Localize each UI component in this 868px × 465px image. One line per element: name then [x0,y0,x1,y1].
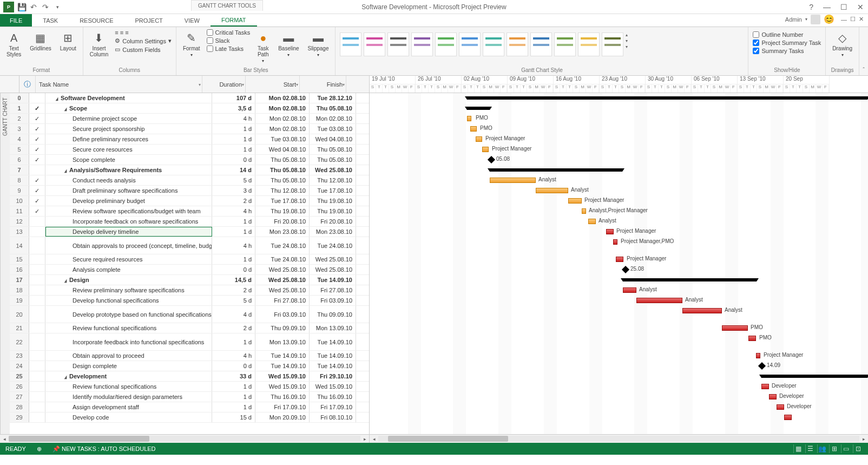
table-row[interactable]: 4 Define preliminary resources 1 d Tue 0… [10,134,369,145]
col-header-start[interactable]: Start▾ [246,76,300,93]
gantt-row[interactable]: Project Manager [370,196,868,206]
gantt-row[interactable]: Project Manager [370,145,868,155]
table-row[interactable]: 1 Scope 3,5 d Mon 02.08.10 Thu 05.08.10 [10,103,369,114]
zoom-icon[interactable]: ⊡ [853,444,863,453]
avatar-icon[interactable] [811,15,820,24]
gantt-row[interactable]: Developer [370,382,868,392]
gantt-row[interactable] [370,371,868,382]
gridlines-button[interactable]: ▦Gridlines [28,29,53,54]
gantt-row[interactable]: Project Manager [370,254,868,265]
gantt-row[interactable]: Developer [370,402,868,412]
tab-resource[interactable]: RESOURCE [69,14,124,27]
summary-tasks-checkbox[interactable]: Summary Tasks [753,48,821,54]
col-header-taskname[interactable]: Task Name▾ [36,76,202,93]
table-row[interactable]: 28 Assign development staff 1 d Fri 17.0… [10,402,369,412]
table-row[interactable]: 17 Design 14,5 d Wed 25.08.10 Tue 14.09.… [10,275,369,285]
gantt-row[interactable] [370,412,868,423]
table-row[interactable]: 8 Conduct needs analysis 5 d Thu 05.08.1… [10,175,369,186]
gantt-row[interactable]: 14.09 [370,361,868,371]
outline-number-checkbox[interactable]: Outline Number [753,31,821,38]
ribbon-restore-icon[interactable]: ☐ [850,16,856,23]
col-header-duration[interactable]: Duration▾ [202,76,246,93]
gantt-row[interactable]: 05.08 [370,155,868,165]
table-row[interactable]: 5 Secure core resources 1 d Wed 04.08.10… [10,145,369,155]
gantt-row[interactable]: 25.08 [370,265,868,275]
table-row[interactable]: 3 Secure project sponsorship 1 d Mon 02.… [10,124,369,134]
tab-view[interactable]: VIEW [174,14,211,27]
table-row[interactable]: 29 Develop code 15 d Mon 20.09.10 Fri 08… [10,412,369,423]
undo-icon[interactable]: ↶ [29,3,38,11]
critical-tasks-checkbox[interactable]: Critical Tasks [207,29,251,36]
project-summary-checkbox[interactable]: Project Summary Task [753,40,821,46]
table-row[interactable]: 18 Review preliminary software specifica… [10,285,369,296]
table-row[interactable]: 23 Obtain approval to proceed 4 h Tue 14… [10,351,369,361]
scroll-left-icon[interactable]: ◂ [0,435,9,443]
gantt-row[interactable]: Analyst [370,217,868,227]
col-header-index[interactable] [0,76,19,93]
contextual-tab[interactable]: GANTT CHART TOOLS [191,0,263,11]
gantt-row[interactable]: Analyst [370,285,868,296]
gantt-chart[interactable]: PMOPMOProject ManagerProject Manager05.0… [370,93,868,434]
gantt-row[interactable]: PMO [370,333,868,351]
view-resource-icon[interactable]: ⊞ [829,444,839,453]
table-row[interactable]: 11 Review software specifications/budget… [10,206,369,217]
gantt-row[interactable]: Project Manager [370,227,868,237]
custom-fields-button[interactable]: ▭Custom Fields [115,46,172,53]
drawing-button[interactable]: ◇Drawing▾ [830,29,854,60]
scroll-right-icon[interactable]: ▸ [859,435,868,443]
tab-format[interactable]: FORMAT [211,14,257,27]
table-row[interactable]: 16 Analysis complete 0 d Wed 25.08.10 We… [10,265,369,275]
insert-column-button[interactable]: ⬇Insert Column [88,29,110,60]
late-tasks-checkbox[interactable]: Late Tasks [207,45,251,52]
gantt-row[interactable]: Analyst [370,306,868,323]
table-row[interactable]: 15 Secure required resources 1 d Tue 24.… [10,254,369,265]
table-row[interactable]: 19 Develop functional specifications 5 d… [10,296,369,306]
gantt-row[interactable] [370,275,868,285]
help-icon[interactable]: ? [807,3,816,11]
gantt-row[interactable]: PMO [370,114,868,124]
gantt-row[interactable]: Analyst [370,186,868,196]
table-row[interactable]: 26 Review functional specifications 1 d … [10,382,369,392]
tab-project[interactable]: PROJECT [124,14,174,27]
column-settings-button[interactable]: ⚙Column Settings ▾ [115,37,172,44]
table-row[interactable]: 27 Identify modular/tiered design parame… [10,392,369,402]
emoji-icon[interactable]: 😊 [824,14,834,24]
table-row[interactable]: 21 Review functional specifications 2 d … [10,323,369,333]
save-icon[interactable]: 💾 [17,3,26,11]
col-header-info[interactable]: ⓘ [19,76,36,93]
scroll-left-icon[interactable]: ◂ [370,435,378,443]
tab-file[interactable]: FILE [0,14,32,27]
view-team-icon[interactable]: 👥 [817,444,827,453]
col-header-finish[interactable]: Finish▾ [300,76,346,93]
table-row[interactable]: 12 Incorporate feedback on software spec… [10,217,369,227]
redo-icon[interactable]: ↷ [41,3,50,11]
table-row[interactable]: 10 Develop preliminary budget 2 d Tue 17… [10,196,369,206]
table-row[interactable]: 7 Analysis/Software Requirements 14 d Th… [10,165,369,175]
collapse-ribbon-icon[interactable]: ˆ [859,27,868,75]
table-row[interactable]: 9 Draft preliminary software specificati… [10,186,369,196]
table-row[interactable]: 14 Obtain approvals to proceed (concept,… [10,237,369,254]
minimize-icon[interactable]: — [821,3,833,11]
gantt-row[interactable]: Analyst,Project Manager [370,206,868,217]
gantt-row[interactable]: PMO [370,323,868,333]
baseline-button[interactable]: ▬Baseline▾ [276,29,301,60]
slippage-button[interactable]: ▬Slippage▾ [306,29,331,60]
view-task-icon[interactable]: ☰ [805,444,815,453]
format-button[interactable]: ✎Format▾ [181,29,202,60]
table-row[interactable]: 24 Design complete 0 d Tue 14.09.10 Tue … [10,361,369,371]
gantt-row[interactable]: Analyst [370,175,868,186]
table-row[interactable]: 20 Develop prototype based on functional… [10,306,369,323]
tab-task[interactable]: TASK [32,14,69,27]
gantt-row[interactable]: Project Manager [370,351,868,361]
maximize-icon[interactable]: ☐ [838,3,850,11]
gantt-row[interactable]: Developer [370,392,868,402]
table-row[interactable]: 6 Scope complete 0 d Thu 05.08.10 Thu 05… [10,155,369,165]
ribbon-minimize-icon[interactable]: — [841,16,847,23]
gallery-more-icon[interactable]: ▴▾▾ [626,32,635,49]
table-row[interactable]: 22 Incorporate feedback into functional … [10,333,369,351]
gantt-row[interactable]: Analyst [370,296,868,306]
scroll-right-icon[interactable]: ▸ [360,435,369,443]
table-row[interactable]: 13 Develop delivery timeline 1 d Mon 23.… [10,227,369,237]
view-gantt-icon[interactable]: ▦ [793,444,803,453]
qat-dropdown-icon[interactable]: ▾ [53,3,62,11]
